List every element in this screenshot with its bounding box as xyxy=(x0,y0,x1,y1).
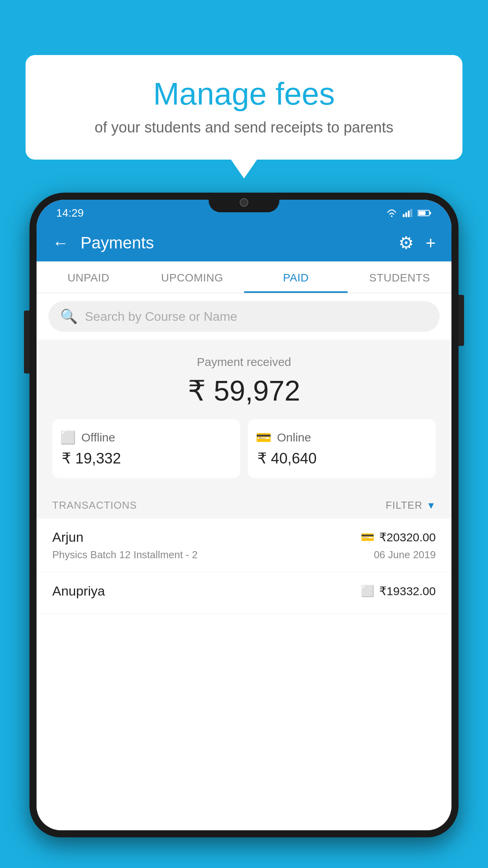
gear-icon[interactable]: ⚙ xyxy=(398,233,414,253)
tabs: UNPAID UPCOMING PAID STUDENTS xyxy=(37,261,451,293)
search-container: 🔍 Search by Course or Name xyxy=(37,293,451,340)
tab-upcoming[interactable]: UPCOMING xyxy=(140,261,244,293)
svg-point-0 xyxy=(391,215,393,217)
camera-dot xyxy=(240,198,248,207)
filter-icon: ▼ xyxy=(426,500,436,511)
app-bar-title: Payments xyxy=(81,234,398,252)
search-icon: 🔍 xyxy=(60,308,78,325)
filter-container[interactable]: FILTER ▼ xyxy=(386,499,436,511)
add-icon[interactable]: + xyxy=(426,233,436,253)
svg-rect-1 xyxy=(403,214,405,217)
speech-bubble-subtitle: of your students and send receipts to pa… xyxy=(49,119,439,136)
offline-amount: ₹ 19,332 xyxy=(60,450,232,467)
filter-label[interactable]: FILTER xyxy=(386,499,423,511)
phone-wrapper: 14:29 xyxy=(29,193,459,868)
back-button[interactable]: ← xyxy=(52,234,69,252)
transaction-item-anupriya[interactable]: Anupriya ⬜ ₹19332.00 xyxy=(37,572,451,614)
phone-notch xyxy=(209,193,279,212)
transaction-arjun-detail: Physics Batch 12 Installment - 2 06 June… xyxy=(52,549,436,561)
app-bar-icons: ⚙ + xyxy=(398,233,436,253)
online-payment-icon: 💳 xyxy=(361,531,374,544)
payment-total-amount: ₹ 59,972 xyxy=(52,374,436,407)
transaction-anupriya-amount: ₹19332.00 xyxy=(379,584,436,598)
wifi-icon xyxy=(385,209,398,217)
signal-icon xyxy=(403,209,413,217)
tab-paid[interactable]: PAID xyxy=(244,261,348,293)
status-time: 14:29 xyxy=(56,207,84,219)
transaction-arjun-row: Arjun 💳 ₹20320.00 xyxy=(52,530,436,545)
payment-received-section: Payment received ₹ 59,972 ⬜ Offline ₹ 19… xyxy=(37,340,451,490)
payment-received-label: Payment received xyxy=(52,355,436,369)
search-box[interactable]: 🔍 Search by Course or Name xyxy=(48,301,440,332)
svg-rect-3 xyxy=(408,211,410,217)
tab-unpaid[interactable]: UNPAID xyxy=(37,261,140,293)
transaction-anupriya-row: Anupriya ⬜ ₹19332.00 xyxy=(52,583,436,599)
transaction-item-arjun[interactable]: Arjun 💳 ₹20320.00 Physics Batch 12 Insta… xyxy=(37,519,451,572)
speech-bubble-title: Manage fees xyxy=(49,77,439,111)
svg-rect-7 xyxy=(418,211,426,215)
transaction-anupriya-amount-row: ⬜ ₹19332.00 xyxy=(361,584,436,598)
phone-screen: 14:29 xyxy=(37,200,451,830)
tab-students[interactable]: STUDENTS xyxy=(348,261,451,293)
online-amount: ₹ 40,640 xyxy=(256,450,428,467)
transaction-arjun-course: Physics Batch 12 Installment - 2 xyxy=(52,549,198,561)
app-bar: ← Payments ⚙ + xyxy=(37,224,451,261)
transaction-arjun-amount: ₹20320.00 xyxy=(379,530,436,544)
search-input[interactable]: Search by Course or Name xyxy=(85,309,237,324)
svg-rect-4 xyxy=(411,209,413,217)
online-label: Online xyxy=(277,431,311,444)
online-icon: 💳 xyxy=(256,430,272,445)
svg-rect-2 xyxy=(405,212,407,217)
transactions-label: TRANSACTIONS xyxy=(52,499,137,511)
transaction-arjun-date: 06 June 2019 xyxy=(374,549,436,561)
online-card-header: 💳 Online xyxy=(256,430,428,445)
online-card: 💳 Online ₹ 40,640 xyxy=(248,419,436,478)
transaction-anupriya-name: Anupriya xyxy=(52,583,105,599)
phone-outer: 14:29 xyxy=(29,193,459,837)
offline-card-header: ⬜ Offline xyxy=(60,430,232,445)
offline-icon: ⬜ xyxy=(60,430,76,445)
offline-label: Offline xyxy=(81,431,115,444)
svg-rect-6 xyxy=(429,212,431,214)
status-icons xyxy=(385,209,432,217)
transaction-list: Arjun 💳 ₹20320.00 Physics Batch 12 Insta… xyxy=(37,519,451,830)
transaction-arjun-amount-row: 💳 ₹20320.00 xyxy=(361,530,436,544)
speech-bubble-container: Manage fees of your students and send re… xyxy=(26,55,462,160)
offline-payment-icon: ⬜ xyxy=(361,585,374,598)
transactions-header: TRANSACTIONS FILTER ▼ xyxy=(37,490,451,519)
battery-icon xyxy=(418,210,432,217)
transaction-arjun-name: Arjun xyxy=(52,530,83,545)
offline-card: ⬜ Offline ₹ 19,332 xyxy=(52,419,240,478)
payment-cards: ⬜ Offline ₹ 19,332 💳 Online ₹ 40,640 xyxy=(52,419,436,478)
speech-bubble: Manage fees of your students and send re… xyxy=(26,55,462,160)
